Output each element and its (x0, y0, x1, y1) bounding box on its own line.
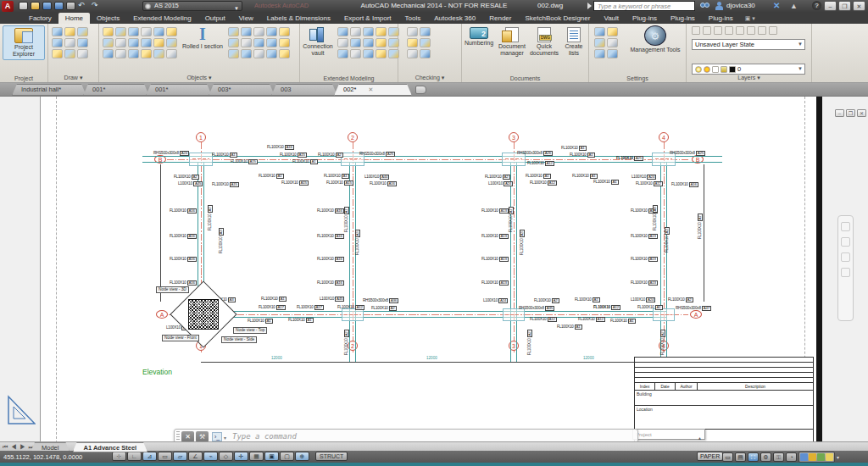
command-input[interactable]: Type a command (232, 432, 297, 441)
node-view-label[interactable]: Node view - Side (221, 336, 257, 343)
drawing-tab-001-[interactable]: 001* (83, 84, 149, 96)
workspace-gear-icon[interactable]: ⚙ (760, 452, 771, 462)
member-label[interactable]: FL100X10A7 (698, 214, 703, 239)
ribbon-icon[interactable] (363, 27, 374, 36)
ribbon-icon[interactable] (128, 38, 139, 47)
node-view-label[interactable]: Node view - Front (162, 335, 199, 341)
member-label[interactable]: L100X10A45 (320, 297, 344, 302)
ribbon-icon[interactable] (77, 49, 88, 58)
layer-tool-icon[interactable] (747, 26, 755, 35)
member-label[interactable]: FL100X10A1 (212, 153, 237, 158)
status-toggle-icon[interactable]: ⊿ (142, 452, 157, 461)
tray-icon[interactable] (800, 453, 808, 461)
column-grid-3[interactable] (510, 163, 517, 362)
ribbon-icon[interactable] (350, 27, 361, 36)
layout-tab-a1-advance-steel[interactable]: A1 Advance Steel (73, 442, 148, 452)
member-label[interactable]: FL100X10A13 (631, 234, 658, 239)
status-toggle-icon[interactable]: ✛ (234, 452, 248, 461)
quick-view-layouts-icon[interactable]: ▭ (722, 452, 733, 462)
command-recent-icon[interactable]: ▾ (224, 435, 226, 441)
layer-tool-icon[interactable] (703, 26, 711, 35)
member-label[interactable]: FL100X10A12 (530, 317, 557, 322)
close-button[interactable]: ✕ (853, 1, 865, 11)
status-toggle-icon[interactable]: ⊹ (112, 452, 126, 461)
layout-nav-buttons[interactable]: ⏮ ◀ ▶ ⏭ (3, 444, 35, 451)
rolled-i-section-button[interactable]: I Rolled I section (181, 25, 225, 50)
doc-minimize-button[interactable]: ‒ (835, 109, 844, 117)
ribbon-icon[interactable] (407, 38, 418, 47)
ribbon-icon[interactable] (266, 38, 277, 47)
extended-icons[interactable] (337, 27, 399, 58)
ribbon-icon[interactable] (241, 49, 252, 58)
member-label[interactable]: FL100X10A15 (281, 180, 309, 186)
ribbon-icon[interactable] (607, 27, 618, 36)
ribbon-icon[interactable] (420, 27, 431, 36)
settings-icons[interactable] (594, 27, 618, 58)
checking-icons[interactable] (407, 27, 431, 58)
ribbon-icon[interactable] (337, 38, 348, 47)
member-label[interactable]: RHS500x300x8A24 (153, 151, 189, 156)
ribbon-icon[interactable] (376, 27, 387, 36)
ribbon-icon[interactable] (141, 38, 152, 47)
ribbon-tab-overflow-icon[interactable]: ▣ ▾ (740, 13, 760, 24)
ribbon-tab-autodesk-360[interactable]: Autodesk 360 (427, 13, 482, 24)
member-label[interactable]: RHS500x300x8A25 (670, 151, 705, 156)
status-toggle-icon[interactable]: ▦ (249, 452, 264, 461)
status-toggle-icon[interactable]: ∟ (127, 452, 142, 461)
ribbon-icon[interactable] (253, 38, 264, 47)
ribbon-tab-tools[interactable]: Tools (398, 13, 428, 24)
member-label[interactable]: FL100X10A12 (337, 305, 364, 310)
ribbon-icon[interactable] (279, 49, 290, 58)
toolbar-lock-icon[interactable]: ⚿ (773, 452, 784, 462)
numbering-button[interactable]: 2 Numbering (462, 27, 496, 47)
member-label[interactable]: FL100X10A2 (534, 298, 559, 303)
annotation-scale-icon[interactable]: ⛶ (748, 452, 759, 462)
status-toggle-icon[interactable]: ∠ (188, 452, 203, 461)
member-label[interactable]: FL100X10A1 (572, 174, 598, 179)
ribbon-icon[interactable] (166, 27, 177, 36)
drawing-tab-003[interactable]: 003 (271, 84, 337, 96)
node-view-label[interactable]: Node view - 3D (156, 286, 189, 293)
member-label[interactable]: L100X10A24 (631, 297, 655, 302)
doc-close-button[interactable]: ✕ (857, 109, 866, 117)
paper-space-button[interactable]: PAPER (697, 452, 723, 461)
steering-wheel-icon[interactable] (841, 222, 850, 231)
member-label[interactable]: L100X10A44 (364, 175, 389, 180)
minimize-button[interactable]: ‒ (824, 1, 837, 11)
panel-label-layers[interactable]: Layers ▾ (687, 75, 811, 81)
grid-bubble-top-1[interactable]: 1 (196, 132, 206, 142)
ribbon-icon[interactable] (266, 49, 277, 58)
panel-label-checking[interactable]: Checking ▾ (398, 75, 461, 81)
ribbon-icon[interactable] (128, 27, 139, 36)
ribbon-icon[interactable] (594, 38, 605, 47)
ribbon-icon[interactable] (594, 27, 605, 36)
member-label[interactable]: FL100X10A2 (485, 175, 510, 180)
member-label[interactable]: FL100X10A2 (527, 330, 532, 355)
layer-tool-icon[interactable] (758, 26, 766, 35)
ribbon-icon[interactable] (153, 38, 164, 47)
status-toggle-icon[interactable]: ▢ (280, 452, 294, 461)
member-label[interactable]: RHS500x300x8A36 (363, 298, 398, 303)
status-toggle-icon[interactable]: ⊕ (295, 452, 309, 461)
ribbon-icon[interactable] (228, 49, 239, 58)
member-label[interactable]: FL100X10A16 (317, 208, 344, 214)
connection-vault-button[interactable]: Connection vault (302, 27, 334, 57)
ribbon-icon[interactable] (153, 49, 164, 58)
ribbon-icon[interactable] (253, 27, 264, 36)
member-label[interactable]: FL100X10A1 (575, 297, 600, 302)
ribbon-icon[interactable] (228, 38, 239, 47)
ribbon-icon[interactable] (279, 27, 290, 36)
member-label[interactable]: FL100X10A2 (371, 306, 397, 311)
member-label[interactable]: FL100X10A17 (297, 305, 324, 310)
layer-state-dropdown[interactable]: Unsaved Layer State▼ (692, 39, 805, 50)
member-label[interactable]: L100X10A24 (483, 298, 508, 303)
member-label[interactable]: FL100X10A13 (481, 257, 509, 262)
member-label[interactable]: FL100X10A12 (530, 180, 557, 186)
ribbon-icon[interactable] (363, 49, 374, 58)
member-label[interactable]: FL100X10A13 (481, 280, 509, 286)
member-label[interactable]: FL100X10A1 (324, 174, 349, 179)
drawing-tab-001-[interactable]: 001* (146, 84, 212, 96)
member-label[interactable]: FL100X10A1 (593, 180, 619, 185)
ribbon-icon[interactable] (228, 27, 239, 36)
member-label[interactable]: RHS500x300x8A35 (519, 306, 554, 311)
